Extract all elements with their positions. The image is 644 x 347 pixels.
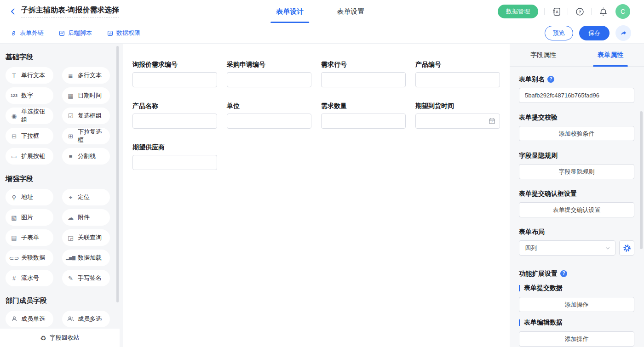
contact-book-icon[interactable]: A [551, 6, 562, 17]
sidebar-item-number[interactable]: 123数字 [6, 87, 53, 104]
purchase-request-no-input[interactable] [227, 72, 311, 87]
form-external-link-button[interactable]: 表单外链 [10, 29, 44, 37]
form-field-purchase-request-no[interactable]: 采购申请编号 [227, 60, 311, 87]
form-canvas[interactable]: 询报价需求编号采购申请编号需求行号产品编号产品名称单位需求数量期望到货时间7期望… [123, 44, 510, 347]
sidebar-item-datetime[interactable]: ▦日期时间 [62, 87, 110, 104]
form-field-unit[interactable]: 单位 [227, 102, 311, 129]
field-label: 产品编号 [415, 60, 500, 68]
sidebar-item-single-line-text[interactable]: T单行文本 [6, 67, 53, 84]
sidebar-item-multi-select[interactable]: ⊞下拉复选框 [62, 128, 110, 144]
sidebar-item-data-load[interactable]: ▂▅▇数据加载 [62, 250, 110, 266]
data-permission-button[interactable]: 数据权限 [107, 29, 140, 37]
sidebar-item-label: 图片 [21, 213, 33, 222]
layout-settings-button[interactable] [619, 240, 634, 256]
field-label: 产品名称 [132, 102, 217, 110]
field-input-wrap [415, 72, 500, 87]
sidebar-item-linked-data[interactable]: ⊂⊃关联数据 [6, 250, 53, 266]
field-visibility-label: 字段显隐规则 [519, 151, 634, 159]
form-field-demand-quantity[interactable]: 需求数量 [321, 102, 406, 129]
field-label: 采购申请编号 [227, 60, 311, 68]
section-marker [519, 319, 520, 326]
sidebar-item-serial-number[interactable]: #流水号 [6, 270, 53, 286]
sidebar-item-label: 分割线 [78, 152, 96, 160]
sidebar-item-extend-button[interactable]: ▭扩展按钮 [6, 148, 53, 165]
share-button[interactable] [615, 25, 631, 41]
form-field-product-no[interactable]: 产品编号 [415, 60, 500, 87]
form-alias-input[interactable] [519, 88, 634, 103]
form-field-expected-arrival-time[interactable]: 期望到货时间7 [415, 102, 500, 129]
preview-button[interactable]: 预览 [545, 26, 573, 40]
backend-script-button[interactable]: 后端脚本 [58, 29, 92, 37]
bell-icon[interactable] [598, 6, 609, 17]
help-icon[interactable]: ? [574, 6, 585, 17]
demand-quantity-input[interactable] [321, 114, 406, 129]
help-badge-icon[interactable]: ? [547, 76, 554, 83]
properties-panel: 字段属性 表单属性 表单别名 ? 表单提交校验添加校验条件字段显隐规则字段显隐规… [510, 44, 644, 347]
sidebar-item-radio-group[interactable]: ◉单选按钮组 [6, 108, 53, 124]
form-field-inquiry-demand-no[interactable]: 询报价需求编号 [132, 60, 217, 87]
tab-form-design[interactable]: 表单设计 [276, 0, 304, 23]
sidebar-item-label: 数据加载 [78, 254, 102, 262]
product-name-input[interactable] [132, 114, 217, 129]
share-icon [620, 29, 627, 37]
demand-line-no-input[interactable] [321, 72, 406, 87]
sidebar-item-label: 单选按钮组 [21, 108, 49, 124]
data-manage-button[interactable]: 数据管理 [498, 5, 538, 18]
sidebar-item-subform[interactable]: ▤子表单 [6, 229, 53, 246]
sidebar-item-member-multi[interactable]: 成员多选 [62, 311, 110, 327]
form-field-product-name[interactable]: 产品名称 [132, 102, 217, 129]
field-input-wrap [132, 114, 217, 129]
panel-scrollbar[interactable] [640, 111, 643, 249]
sidebar-item-divider[interactable]: ≡分割线 [62, 148, 110, 165]
form-field-expected-supplier[interactable]: 期望供应商 [132, 143, 217, 170]
sidebar-item-address[interactable]: ⚲地址 [6, 189, 53, 205]
avatar[interactable]: C [615, 4, 630, 19]
sidebar-item-attachment[interactable]: ☁附件 [62, 209, 110, 226]
sidebar-item-location[interactable]: ⌖定位 [62, 189, 110, 205]
sidebar-item-member-single[interactable]: 成员单选 [6, 311, 53, 327]
layout-select-value: 四列 [525, 244, 537, 252]
sidebar-section-title: 部门成员字段 [6, 296, 123, 305]
form-layout-label: 表单布局 [519, 228, 634, 236]
layout-select[interactable]: 四列 [519, 240, 615, 256]
linked-query-icon: ◲ [67, 235, 75, 241]
sidebar-scrollbar[interactable] [116, 46, 119, 302]
sidebar-item-signature[interactable]: ✎手写签名 [62, 270, 110, 286]
submit-data-button[interactable]: 添加操作 [519, 297, 634, 312]
unit-input[interactable] [227, 114, 311, 129]
sidebar-item-select[interactable]: ⊟下拉框 [6, 128, 53, 144]
toolbar-actions: 预览 保存 [545, 25, 631, 41]
sidebar-item-label: 单行文本 [21, 71, 45, 80]
product-no-input[interactable] [415, 72, 500, 87]
back-icon[interactable] [7, 6, 18, 17]
sidebar-item-label: 关联查询 [78, 233, 102, 242]
sidebar-item-label: 数字 [21, 91, 33, 100]
image-icon: ▧ [10, 215, 18, 221]
divider [544, 8, 545, 15]
field-recycle-bin-button[interactable]: ♻ 字段回收站 [0, 329, 120, 347]
form-field-demand-line-no[interactable]: 需求行号 [321, 60, 406, 87]
sidebar-section-title: 基础字段 [6, 53, 123, 62]
inquiry-demand-no-input[interactable] [132, 72, 217, 87]
sidebar-item-checkbox-group[interactable]: ☑复选框组 [62, 108, 110, 124]
save-button[interactable]: 保存 [579, 26, 610, 40]
sidebar-item-image[interactable]: ▧图片 [6, 209, 53, 226]
tab-field-properties[interactable]: 字段属性 [510, 44, 577, 66]
submit-confirm-button[interactable]: 表单提交确认设置 [519, 202, 634, 217]
panel-body: 表单别名 ? 表单提交校验添加校验条件字段显隐规则字段显隐规则表单提交确认框设置… [510, 67, 644, 347]
expected-supplier-input[interactable] [132, 155, 217, 170]
edit-data-button[interactable]: 添加操作 [519, 331, 634, 347]
help-badge-icon[interactable]: ? [560, 270, 567, 277]
sidebar-item-linked-query[interactable]: ◲关联查询 [62, 229, 110, 246]
sidebar-item-label: 下拉框 [21, 132, 39, 140]
submit-validation-button[interactable]: 添加校验条件 [519, 126, 634, 141]
expected-arrival-time-input[interactable] [415, 114, 500, 129]
header-actions: 数据管理 A ? [498, 4, 630, 19]
top-header: 子拆主辅助表-询报价需求选择 表单设计 表单设置 数据管理 A ? [0, 0, 644, 23]
tab-form-settings[interactable]: 表单设置 [337, 0, 364, 23]
form-title[interactable]: 子拆主辅助表-询报价需求选择 [21, 6, 119, 17]
divider-icon: ≡ [67, 154, 75, 159]
field-visibility-button[interactable]: 字段显隐规则 [519, 164, 634, 179]
sidebar-item-multi-line-text[interactable]: ≣多行文本 [62, 67, 110, 84]
tab-form-properties[interactable]: 表单属性 [577, 44, 644, 66]
